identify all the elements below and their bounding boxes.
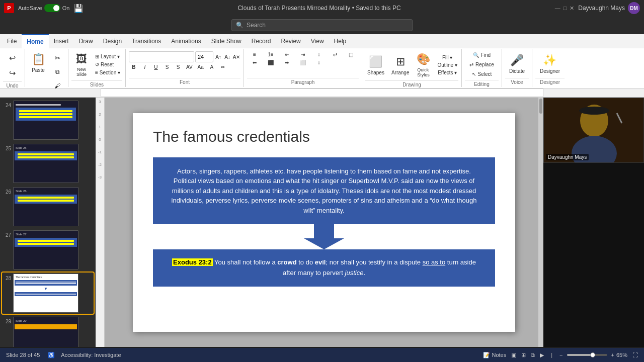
underline-button[interactable]: U: [151, 64, 161, 70]
decrease-indent-button[interactable]: ⇤: [279, 51, 294, 58]
justify-button[interactable]: ⬜: [295, 59, 310, 66]
view-normal-button[interactable]: ▣: [511, 352, 516, 358]
tab-help[interactable]: Help: [329, 34, 352, 48]
status-right: 📝 Notes ▣ ⊞ ⧉ ▶ | − + 65% ⛶: [483, 352, 638, 358]
tab-transitions[interactable]: Transitions: [127, 34, 166, 48]
new-slide-button[interactable]: 🖼 NewSlide: [71, 51, 92, 78]
slide-img-29: Slide 29: [13, 317, 78, 347]
app-icon: P: [4, 3, 14, 13]
char-spacing-button[interactable]: AV: [184, 64, 195, 70]
scripture-box[interactable]: Exodus 23:2 You shall not follow a crowd…: [153, 249, 495, 287]
notes-button[interactable]: 📝 Notes: [483, 352, 506, 358]
tab-animations[interactable]: Animations: [166, 34, 206, 48]
zoom-in-button[interactable]: +: [611, 352, 614, 358]
designer-icon: ✨: [543, 53, 557, 67]
layout-button[interactable]: ⊞ Layout ▾: [93, 53, 122, 60]
text-shadow-button[interactable]: S: [173, 64, 183, 70]
zoom-slider[interactable]: [567, 354, 607, 356]
italic-button[interactable]: I: [140, 64, 150, 70]
vertical-scrollbar[interactable]: [538, 98, 543, 347]
shape-outline-button[interactable]: Outline ▾: [436, 62, 458, 68]
convert-button[interactable]: ⇄: [328, 51, 343, 58]
autosave-toggle[interactable]: [44, 4, 60, 12]
minimize-icon[interactable]: —: [555, 5, 560, 11]
tab-file[interactable]: File: [2, 34, 22, 48]
undo-icon: ↩: [7, 52, 18, 63]
ruler: -6-5-4-3-2-10123456: [0, 88, 644, 98]
tab-home[interactable]: Home: [22, 34, 48, 48]
view-reading-button[interactable]: ⧉: [531, 352, 535, 358]
select-icon: ↖: [472, 71, 476, 77]
bullets-button[interactable]: ≡: [247, 51, 262, 58]
slide-thumb-27[interactable]: 27 Slide 27: [2, 229, 94, 270]
font-size-selector[interactable]: 24: [195, 51, 213, 62]
increase-indent-button[interactable]: ⇥: [295, 51, 310, 58]
reset-button[interactable]: ↺ Reset: [93, 61, 122, 68]
ribbon-group-voice: 🎤 Dictate Voice: [502, 49, 532, 87]
line-spacing-button[interactable]: ↕: [311, 59, 327, 66]
tab-view[interactable]: View: [306, 34, 329, 48]
font-color-button[interactable]: A: [207, 64, 217, 70]
canvas-area[interactable]: The famous credentials Actors, singers, …: [105, 98, 543, 347]
bold-button[interactable]: B: [129, 64, 139, 70]
designer-group-label: Designer: [535, 78, 565, 86]
arrange-button[interactable]: ⊞ Arrange: [389, 54, 412, 76]
align-left-button[interactable]: ⬅: [247, 59, 262, 66]
accessibility-button[interactable]: Accessibility: Investigate: [61, 352, 121, 358]
find-button[interactable]: 🔍 Find: [471, 51, 493, 59]
section-button[interactable]: ≡ Section ▾: [93, 69, 122, 76]
replace-button[interactable]: ⇄ Replace: [467, 61, 496, 68]
designer-button[interactable]: ✨ Designer: [538, 52, 562, 75]
view-slideshow-button[interactable]: ▶: [540, 352, 544, 358]
slide-thumb-28[interactable]: 28 The famous credentials ▼: [2, 273, 94, 314]
cut-button[interactable]: ✂: [50, 51, 65, 64]
copy-button[interactable]: ⧉: [50, 65, 65, 78]
font-name-selector[interactable]: [129, 51, 194, 62]
align-center-button[interactable]: ⬛: [263, 59, 278, 66]
redo-button[interactable]: ↪: [5, 66, 20, 79]
maximize-icon[interactable]: □: [564, 5, 567, 11]
select-button[interactable]: ↖ Select: [470, 70, 494, 78]
close-icon[interactable]: ✕: [570, 5, 574, 12]
find-icon: 🔍: [473, 52, 479, 58]
text-case-button[interactable]: Aa: [196, 64, 206, 70]
search-box[interactable]: 🔍 Search: [231, 19, 413, 31]
zoom-out-button[interactable]: −: [559, 352, 562, 358]
window-controls: — □ ✕: [555, 5, 575, 12]
slide-thumb-24[interactable]: 24: [2, 100, 94, 141]
tab-record[interactable]: Record: [247, 34, 276, 48]
columns-button[interactable]: ⬚: [344, 51, 359, 58]
main-content-box[interactable]: Actors, singers, rappers, athletes etc. …: [153, 157, 495, 225]
font-shrink-button[interactable]: A↓: [223, 53, 231, 61]
tab-design[interactable]: Design: [98, 34, 127, 48]
shape-effects-button[interactable]: Effects ▾: [436, 69, 458, 76]
text-direction-button[interactable]: ↕: [311, 51, 327, 58]
tab-review[interactable]: Review: [276, 34, 305, 48]
shapes-button[interactable]: ⬜ Shapes: [365, 54, 386, 76]
paste-button[interactable]: 📋 Paste: [28, 51, 48, 74]
quick-styles-button[interactable]: 🎨 QuickStyles: [414, 51, 432, 78]
view-slide-sorter-button[interactable]: ⊞: [521, 352, 526, 358]
align-right-button[interactable]: ➡: [279, 59, 294, 66]
tab-draw[interactable]: Draw: [74, 34, 98, 48]
select-label: Select: [478, 71, 492, 77]
slide-thumb-26[interactable]: 26 Slide 26: [2, 186, 94, 227]
dictate-button[interactable]: 🎤 Dictate: [507, 52, 527, 75]
slide-thumb-29[interactable]: 29 Slide 29: [2, 316, 94, 347]
tab-slideshow[interactable]: Slide Show: [206, 34, 247, 48]
font-grow-button[interactable]: A↑: [214, 53, 222, 61]
tab-insert[interactable]: Insert: [49, 34, 74, 48]
undo-button[interactable]: ↩: [5, 51, 20, 64]
editing-group-label: Editing: [465, 80, 499, 88]
strikethrough-button[interactable]: S: [162, 64, 172, 70]
shape-fill-button[interactable]: Fill ▾: [436, 54, 458, 61]
highlight-button[interactable]: ✏: [218, 64, 228, 70]
save-icon[interactable]: 💾: [73, 4, 84, 13]
clear-format-button[interactable]: A✕: [232, 53, 240, 61]
scripture-justice: justice: [345, 269, 364, 277]
slide-thumb-25[interactable]: 25 Slide 25: [2, 143, 94, 184]
cut-icon: ✂: [52, 52, 63, 63]
numbering-button[interactable]: 1≡: [263, 51, 278, 58]
slide-num-27: 27: [3, 232, 11, 238]
fit-to-window-button[interactable]: ⛶: [632, 352, 638, 358]
